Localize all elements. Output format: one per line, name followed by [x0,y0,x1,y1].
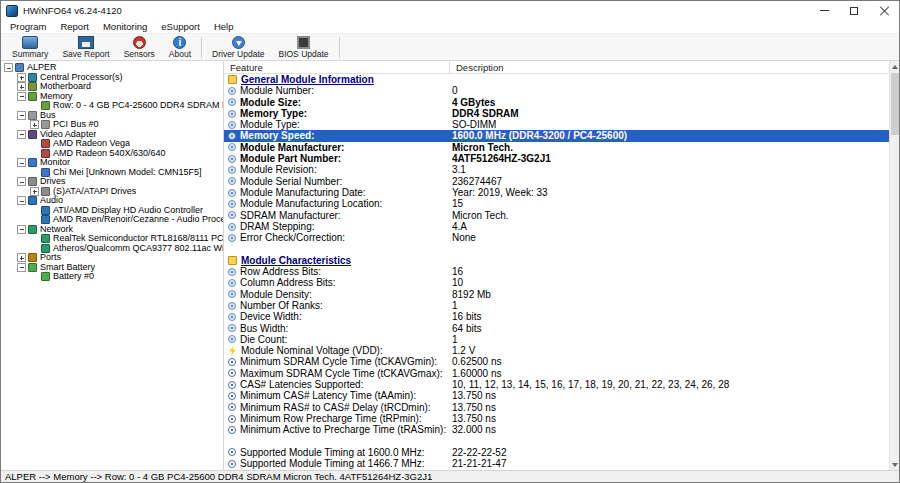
scroll-up-button[interactable] [890,61,900,72]
menu-item-help[interactable]: Help [207,20,241,34]
expand-toggle-icon[interactable] [30,120,39,129]
menu-item-esupport[interactable]: eSupport [154,20,207,34]
maximize-button[interactable] [839,1,869,20]
table-row[interactable]: Maximum SDRAM Cycle Time (tCKAVGmax):1.6… [224,368,889,379]
feature-cell: Module Part Number: [224,153,450,164]
column-header-feature[interactable]: Feature [224,61,450,73]
table-row[interactable]: SDRAM Manufacturer:Micron Tech. [224,210,889,221]
table-row[interactable]: Module Number:0 [224,85,889,96]
collapse-toggle-icon[interactable] [17,130,26,139]
collapse-toggle-icon[interactable] [17,263,26,272]
table-row[interactable]: Row Address Bits:16 [224,266,889,277]
scrollbar-track[interactable] [890,135,899,459]
table-row[interactable]: CAS# Latencies Supported:10, 11, 12, 13,… [224,379,889,390]
tree-item[interactable]: RealTek Semiconductor RTL8168/8111 PCI-E… [1,234,223,244]
description-cell: 16 bits [450,311,889,322]
collapse-toggle-icon[interactable] [17,225,26,234]
tree-item[interactable]: Audio [1,196,223,206]
title-bar[interactable]: HWiNFO64 v6.24-4120 [1,1,899,20]
tree-item[interactable]: AMD Radeon 540X/630/640 [1,149,223,159]
table-row[interactable]: Supported Module Timing at 1600.0 MHz:22… [224,447,889,458]
table-row[interactable]: Die Count:1 [224,334,889,345]
tree-item[interactable]: (S)ATA/ATAPI Drives [1,187,223,197]
table-row[interactable]: Number Of Ranks:1 [224,300,889,311]
tree-item[interactable]: Drives [1,177,223,187]
tree-item[interactable]: Motherboard [1,82,223,92]
tree-item[interactable]: Memory [1,92,223,102]
table-row[interactable]: Error Check/Correction:None [224,232,889,243]
collapse-toggle-icon[interactable] [17,196,26,205]
clock-icon [228,381,236,389]
table-row[interactable]: Minimum Row Precharge Time (tRPmin):13.7… [224,413,889,424]
hwinfo-window: HWiNFO64 v6.24-4120 ProgramReportMonitor… [0,0,900,483]
menu-item-monitoring[interactable]: Monitoring [96,20,154,34]
table-row[interactable]: Module Manufacturing Date:Year: 2019, We… [224,187,889,198]
minimize-button[interactable] [809,1,839,20]
scrollbar-thumb[interactable] [891,73,899,135]
vertical-scrollbar[interactable] [889,61,899,470]
expand-toggle-icon[interactable] [30,187,39,196]
column-header-description[interactable]: Description [450,61,889,73]
tree-item[interactable]: Central Processor(s) [1,73,223,83]
description-cell: 13.750 ns [450,390,889,401]
table-row[interactable]: Module Revision:3.1 [224,164,889,175]
table-row[interactable]: Memory Speed:1600.0 MHz (DDR4-3200 / PC4… [224,130,889,141]
tree-item[interactable]: ALPER [1,63,223,73]
summary-button[interactable]: Summary [5,35,55,60]
collapse-toggle-icon[interactable] [4,63,13,72]
collapse-toggle-icon[interactable] [17,92,26,101]
table-row[interactable]: Minimum Active to Precharge Time (tRASmi… [224,424,889,435]
about-button[interactable]: About [162,35,198,60]
app-icon [6,5,18,17]
table-row[interactable]: Module Nominal Voltage (VDD):1.2 V [224,345,889,356]
collapse-toggle-icon[interactable] [17,111,26,120]
expand-toggle-icon[interactable] [17,82,26,91]
table-row[interactable]: Module Density:8192 Mb [224,289,889,300]
scroll-down-button[interactable] [890,459,900,470]
tree-item[interactable]: Network [1,225,223,235]
table-row[interactable]: DRAM Stepping:4.A [224,221,889,232]
menu-item-program[interactable]: Program [3,20,53,34]
table-row[interactable]: Minimum SDRAM Cycle Time (tCKAVGmin):0.6… [224,356,889,367]
section-row[interactable]: General Module Information [224,74,889,85]
collapse-toggle-icon[interactable] [17,158,26,167]
feature-text: DRAM Stepping: [240,221,314,232]
collapse-toggle-icon[interactable] [17,177,26,186]
bios-update-button[interactable]: BIOS Update [271,35,335,60]
table-row[interactable]: Module Manufacturing Location:15 [224,198,889,209]
expand-toggle-icon[interactable] [17,73,26,82]
table-row[interactable]: Module Part Number:4ATF51264HZ-3G2J1 [224,153,889,164]
close-button[interactable] [869,1,899,20]
tree-item[interactable]: Smart Battery [1,263,223,273]
tree-item[interactable]: Bus [1,111,223,121]
tree-item[interactable]: ATI/AMD Display HD Audio Controller [1,206,223,216]
driver-update-button[interactable]: Driver Update [205,35,271,60]
table-row[interactable]: Device Width:16 bits [224,311,889,322]
table-row[interactable]: Module Serial Number:236274467 [224,176,889,187]
tree-item[interactable]: Battery #0 [1,272,223,282]
tree-item[interactable]: Ports [1,253,223,263]
tree-item[interactable]: Monitor [1,158,223,168]
table-row[interactable]: Minimum CAS# Latency Time (tAAmin):13.75… [224,390,889,401]
table-row[interactable]: Module Manufacturer:Micron Tech. [224,142,889,153]
expand-toggle-icon[interactable] [17,253,26,262]
table-row[interactable]: Minimum RAS# to CAS# Delay (tRCDmin):13.… [224,402,889,413]
menu-item-report[interactable]: Report [53,20,96,34]
tree-item[interactable]: Atheros/Qualcomm QCA9377 802.11ac Wirele… [1,244,223,254]
table-row[interactable]: Memory Type:DDR4 SDRAM [224,108,889,119]
table-row[interactable]: Column Address Bits:10 [224,277,889,288]
tree-item[interactable]: Row: 0 - 4 GB PC4-25600 DDR4 SDRAM Micro… [1,101,223,111]
section-row[interactable]: Module Characteristics [224,255,889,266]
tree-item[interactable]: AMD Radeon Vega [1,139,223,149]
tree-item[interactable]: PCI Bus #0 [1,120,223,130]
table-row[interactable]: Supported Module Timing at 1466.7 MHz:21… [224,458,889,469]
table-row[interactable]: Module Type:SO-DIMM [224,119,889,130]
description-cell: 1.60000 ns [450,368,889,379]
tree-item[interactable]: AMD Raven/Renoir/Cezanne - Audio Process… [1,215,223,225]
table-row[interactable]: Bus Width:64 bits [224,323,889,334]
tree-item[interactable]: Chi Mei [Unknown Model: CMN15F5] [1,168,223,178]
save-report-button[interactable]: Save Report [55,35,116,60]
table-row[interactable]: Module Size:4 GBytes [224,97,889,108]
tree-item[interactable]: Video Adapter [1,130,223,140]
sensors-button[interactable]: Sensors [117,35,162,60]
